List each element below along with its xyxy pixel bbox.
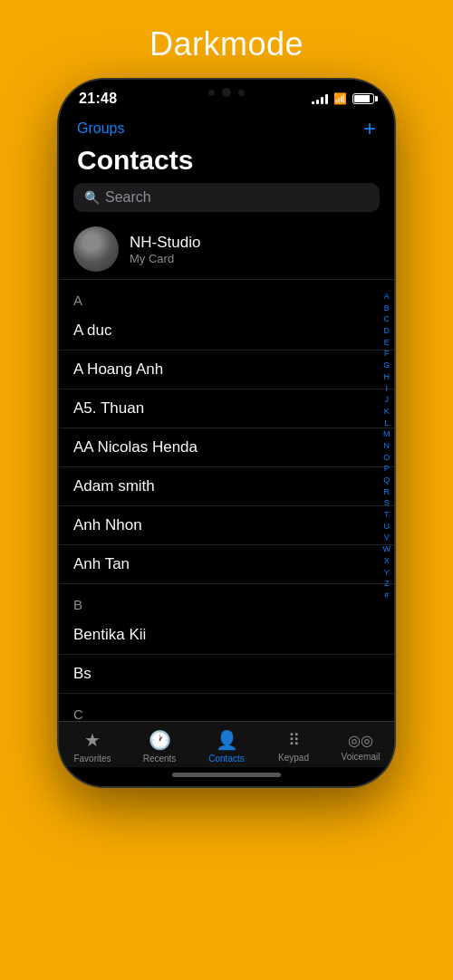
recents-icon: 🕐 — [149, 729, 171, 751]
avatar — [73, 226, 119, 272]
keypad-icon: ⠿ — [288, 730, 299, 750]
tab-keypad[interactable]: ⠿ Keypad — [260, 730, 327, 763]
page-title-text: Darkmode — [149, 25, 304, 63]
favorites-icon: ★ — [84, 729, 101, 751]
alpha-hash[interactable]: # — [384, 591, 389, 601]
signal-bar-1 — [312, 101, 314, 104]
signal-bar-2 — [316, 100, 319, 104]
my-card-info: NH-Studio My Card — [130, 234, 200, 265]
alpha-u[interactable]: U — [384, 522, 390, 533]
alpha-s[interactable]: S — [384, 498, 390, 509]
notch-camera — [222, 88, 231, 97]
status-time: 21:48 — [79, 91, 117, 107]
status-right: 📶 — [312, 92, 374, 105]
voicemail-icon: ◎◎ — [348, 732, 373, 749]
alpha-z[interactable]: Z — [384, 579, 390, 590]
notch-dot — [238, 90, 245, 96]
contacts-list[interactable]: NH-Studio My Card A A duc A Hoang Anh A5… — [59, 219, 394, 721]
alpha-i[interactable]: I — [385, 384, 388, 395]
recents-label: Recents — [143, 754, 177, 764]
contact-row[interactable]: A5. Thuan — [59, 389, 394, 428]
alpha-t[interactable]: T — [384, 510, 390, 521]
signal-bar-3 — [321, 97, 323, 104]
alpha-f[interactable]: F — [384, 349, 390, 360]
alpha-h[interactable]: H — [384, 372, 390, 383]
phone-screen: 21:48 📶 Groups + Co — [59, 80, 394, 786]
keypad-label: Keypad — [278, 753, 309, 763]
battery-fill — [354, 95, 370, 102]
contact-row[interactable]: Anh Nhon — [59, 506, 394, 545]
tab-bar: ★ Favorites 🕐 Recents 👤 Contacts ⠿ Keypa… — [59, 721, 394, 767]
alpha-y[interactable]: Y — [384, 568, 390, 579]
alpha-e[interactable]: E — [384, 338, 390, 349]
alpha-g[interactable]: G — [383, 360, 390, 371]
contact-row[interactable]: Anh Tan — [59, 545, 394, 584]
alpha-d[interactable]: D — [384, 326, 390, 337]
contact-row[interactable]: A Hoang Anh — [59, 351, 394, 389]
my-card[interactable]: NH-Studio My Card — [59, 219, 394, 280]
contact-row[interactable]: AA Nicolas Henda — [59, 428, 394, 467]
content-area: Groups + Contacts 🔍 Search NH-Studio — [59, 110, 394, 721]
contact-row[interactable]: Adam smith — [59, 467, 394, 506]
contact-row[interactable]: Bs — [59, 655, 394, 694]
search-placeholder: Search — [105, 189, 151, 206]
alpha-o[interactable]: O — [383, 453, 390, 464]
notch-sensor — [208, 90, 215, 96]
add-contact-button[interactable]: + — [363, 116, 376, 141]
alpha-p[interactable]: P — [384, 464, 390, 475]
tab-favorites[interactable]: ★ Favorites — [59, 729, 126, 764]
alpha-k[interactable]: K — [384, 407, 390, 418]
search-icon: 🔍 — [84, 190, 100, 205]
contacts-icon: 👤 — [216, 729, 238, 751]
my-card-subtitle: My Card — [130, 252, 200, 265]
alpha-j[interactable]: J — [385, 395, 390, 406]
alpha-q[interactable]: Q — [383, 476, 390, 486]
section-header-c: C — [59, 694, 394, 721]
section-header-b: B — [59, 584, 394, 616]
contact-row[interactable]: Bentika Kii — [59, 616, 394, 655]
wifi-icon: 📶 — [333, 92, 347, 105]
my-card-name: NH-Studio — [130, 234, 200, 252]
avatar-image — [73, 226, 119, 272]
signal-bar-4 — [325, 94, 328, 104]
contacts-title: Contacts — [59, 143, 394, 183]
groups-button[interactable]: Groups — [77, 120, 124, 137]
nav-bar: Groups + — [59, 110, 394, 143]
alpha-l[interactable]: L — [384, 418, 389, 429]
alpha-b[interactable]: B — [384, 303, 390, 314]
phone-frame: 21:48 📶 Groups + Co — [59, 80, 394, 786]
contact-row[interactable]: A duc — [59, 312, 394, 351]
tab-recents[interactable]: 🕐 Recents — [126, 729, 193, 764]
home-bar — [172, 773, 281, 777]
tab-contacts[interactable]: 👤 Contacts — [193, 729, 260, 764]
alpha-v[interactable]: V — [384, 533, 390, 543]
home-indicator — [59, 767, 394, 786]
alpha-c[interactable]: C — [384, 314, 390, 325]
alpha-r[interactable]: R — [384, 487, 390, 498]
contacts-label: Contacts — [208, 754, 244, 764]
alpha-m[interactable]: M — [383, 429, 390, 440]
voicemail-label: Voicemail — [342, 752, 381, 762]
alpha-w[interactable]: W — [383, 544, 391, 555]
alpha-x[interactable]: X — [384, 556, 390, 567]
signal-bars — [312, 93, 328, 104]
alpha-a[interactable]: A — [384, 292, 390, 303]
section-header-a: A — [59, 280, 394, 312]
search-bar[interactable]: 🔍 Search — [73, 183, 380, 212]
notch — [168, 80, 285, 105]
battery-icon — [352, 93, 374, 104]
alpha-n[interactable]: N — [384, 441, 390, 452]
alpha-index[interactable]: A B C D E F G H I J K L M N O P Q — [383, 292, 391, 601]
favorites-label: Favorites — [73, 754, 111, 764]
tab-voicemail[interactable]: ◎◎ Voicemail — [327, 732, 394, 762]
